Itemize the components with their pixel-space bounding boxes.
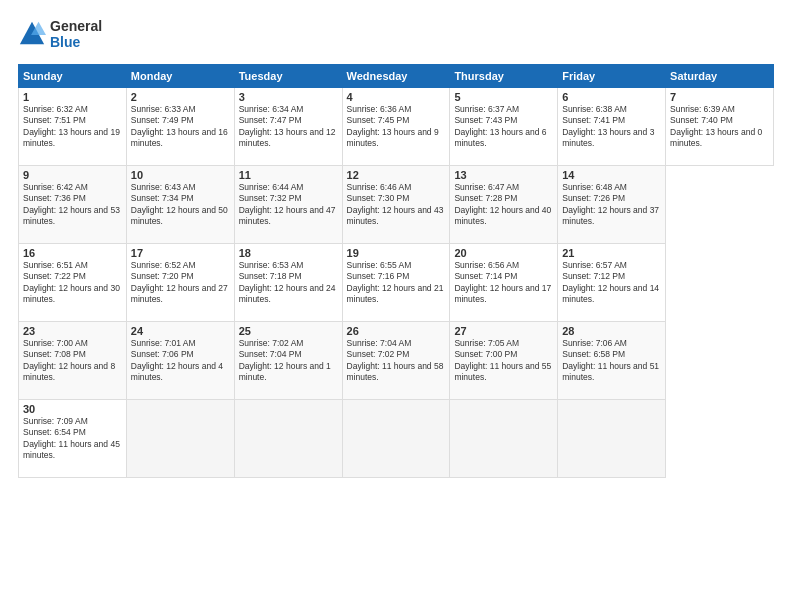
calendar-cell: 23 Sunrise: 7:00 AM Sunset: 7:08 PM Dayl… bbox=[19, 322, 127, 400]
sunrise-text: Sunrise: 6:34 AM bbox=[239, 104, 338, 115]
calendar-cell: 10 Sunrise: 6:43 AM Sunset: 7:34 PM Dayl… bbox=[126, 166, 234, 244]
sunset-text: Sunset: 7:22 PM bbox=[23, 271, 122, 282]
daylight-label: Daylight: 12 hours and 37 minutes. bbox=[562, 205, 661, 228]
sunrise-text: Sunrise: 7:01 AM bbox=[131, 338, 230, 349]
sunset-text: Sunset: 7:12 PM bbox=[562, 271, 661, 282]
calendar-cell bbox=[558, 400, 666, 478]
sunset-text: Sunset: 7:02 PM bbox=[347, 349, 446, 360]
day-number: 2 bbox=[131, 91, 230, 103]
calendar-cell: 28 Sunrise: 7:06 AM Sunset: 6:58 PM Dayl… bbox=[558, 322, 666, 400]
sunrise-text: Sunrise: 7:05 AM bbox=[454, 338, 553, 349]
sunset-text: Sunset: 6:54 PM bbox=[23, 427, 122, 438]
calendar-cell: 17 Sunrise: 6:52 AM Sunset: 7:20 PM Dayl… bbox=[126, 244, 234, 322]
daylight-label: Daylight: 12 hours and 4 minutes. bbox=[131, 361, 230, 384]
sunrise-text: Sunrise: 6:56 AM bbox=[454, 260, 553, 271]
calendar-cell: 16 Sunrise: 6:51 AM Sunset: 7:22 PM Dayl… bbox=[19, 244, 127, 322]
calendar-cell: 18 Sunrise: 6:53 AM Sunset: 7:18 PM Dayl… bbox=[234, 244, 342, 322]
calendar-cell bbox=[450, 400, 558, 478]
col-header-tuesday: Tuesday bbox=[234, 65, 342, 88]
sunset-text: Sunset: 7:18 PM bbox=[239, 271, 338, 282]
daylight-label: Daylight: 13 hours and 6 minutes. bbox=[454, 127, 553, 150]
sunrise-text: Sunrise: 6:32 AM bbox=[23, 104, 122, 115]
day-number: 28 bbox=[562, 325, 661, 337]
day-number: 13 bbox=[454, 169, 553, 181]
daylight-label: Daylight: 12 hours and 40 minutes. bbox=[454, 205, 553, 228]
daylight-label: Daylight: 12 hours and 27 minutes. bbox=[131, 283, 230, 306]
day-number: 21 bbox=[562, 247, 661, 259]
calendar-cell: 4 Sunrise: 6:36 AM Sunset: 7:45 PM Dayli… bbox=[342, 88, 450, 166]
daylight-label: Daylight: 12 hours and 8 minutes. bbox=[23, 361, 122, 384]
calendar-cell: 3 Sunrise: 6:34 AM Sunset: 7:47 PM Dayli… bbox=[234, 88, 342, 166]
sunrise-text: Sunrise: 7:00 AM bbox=[23, 338, 122, 349]
sunset-text: Sunset: 7:43 PM bbox=[454, 115, 553, 126]
sunrise-text: Sunrise: 7:04 AM bbox=[347, 338, 446, 349]
daylight-label: Daylight: 12 hours and 30 minutes. bbox=[23, 283, 122, 306]
sunrise-text: Sunrise: 6:52 AM bbox=[131, 260, 230, 271]
calendar-cell: 9 Sunrise: 6:42 AM Sunset: 7:36 PM Dayli… bbox=[19, 166, 127, 244]
day-number: 23 bbox=[23, 325, 122, 337]
day-number: 14 bbox=[562, 169, 661, 181]
calendar-header-row: SundayMondayTuesdayWednesdayThursdayFrid… bbox=[19, 65, 774, 88]
daylight-label: Daylight: 12 hours and 1 minute. bbox=[239, 361, 338, 384]
daylight-label: Daylight: 13 hours and 0 minutes. bbox=[670, 127, 769, 150]
sunset-text: Sunset: 7:47 PM bbox=[239, 115, 338, 126]
calendar-cell: 30 Sunrise: 7:09 AM Sunset: 6:54 PM Dayl… bbox=[19, 400, 127, 478]
sunrise-text: Sunrise: 6:47 AM bbox=[454, 182, 553, 193]
daylight-label: Daylight: 12 hours and 47 minutes. bbox=[239, 205, 338, 228]
calendar-cell: 1 Sunrise: 6:32 AM Sunset: 7:51 PM Dayli… bbox=[19, 88, 127, 166]
calendar-cell: 26 Sunrise: 7:04 AM Sunset: 7:02 PM Dayl… bbox=[342, 322, 450, 400]
daylight-label: Daylight: 12 hours and 14 minutes. bbox=[562, 283, 661, 306]
calendar-cell bbox=[126, 400, 234, 478]
calendar-cell: 20 Sunrise: 6:56 AM Sunset: 7:14 PM Dayl… bbox=[450, 244, 558, 322]
col-header-friday: Friday bbox=[558, 65, 666, 88]
sunrise-text: Sunrise: 6:55 AM bbox=[347, 260, 446, 271]
sunrise-text: Sunrise: 6:42 AM bbox=[23, 182, 122, 193]
day-number: 6 bbox=[562, 91, 661, 103]
day-number: 25 bbox=[239, 325, 338, 337]
week-row-4: 23 Sunrise: 7:00 AM Sunset: 7:08 PM Dayl… bbox=[19, 322, 774, 400]
day-number: 17 bbox=[131, 247, 230, 259]
day-number: 1 bbox=[23, 91, 122, 103]
header: General Blue bbox=[18, 18, 774, 50]
calendar-cell: 14 Sunrise: 6:48 AM Sunset: 7:26 PM Dayl… bbox=[558, 166, 666, 244]
col-header-thursday: Thursday bbox=[450, 65, 558, 88]
daylight-label: Daylight: 11 hours and 45 minutes. bbox=[23, 439, 122, 462]
day-number: 24 bbox=[131, 325, 230, 337]
sunset-text: Sunset: 7:49 PM bbox=[131, 115, 230, 126]
daylight-label: Daylight: 11 hours and 51 minutes. bbox=[562, 361, 661, 384]
day-number: 12 bbox=[347, 169, 446, 181]
daylight-label: Daylight: 13 hours and 9 minutes. bbox=[347, 127, 446, 150]
calendar-cell bbox=[342, 400, 450, 478]
daylight-label: Daylight: 13 hours and 3 minutes. bbox=[562, 127, 661, 150]
calendar-cell: 11 Sunrise: 6:44 AM Sunset: 7:32 PM Dayl… bbox=[234, 166, 342, 244]
logo: General Blue bbox=[18, 18, 102, 50]
week-row-3: 16 Sunrise: 6:51 AM Sunset: 7:22 PM Dayl… bbox=[19, 244, 774, 322]
calendar-cell: 6 Sunrise: 6:38 AM Sunset: 7:41 PM Dayli… bbox=[558, 88, 666, 166]
sunset-text: Sunset: 7:00 PM bbox=[454, 349, 553, 360]
sunrise-text: Sunrise: 6:57 AM bbox=[562, 260, 661, 271]
calendar-cell: 25 Sunrise: 7:02 AM Sunset: 7:04 PM Dayl… bbox=[234, 322, 342, 400]
day-number: 27 bbox=[454, 325, 553, 337]
sunset-text: Sunset: 7:41 PM bbox=[562, 115, 661, 126]
week-row-5: 30 Sunrise: 7:09 AM Sunset: 6:54 PM Dayl… bbox=[19, 400, 774, 478]
week-row-2: 9 Sunrise: 6:42 AM Sunset: 7:36 PM Dayli… bbox=[19, 166, 774, 244]
col-header-saturday: Saturday bbox=[666, 65, 774, 88]
sunrise-text: Sunrise: 6:44 AM bbox=[239, 182, 338, 193]
sunset-text: Sunset: 6:58 PM bbox=[562, 349, 661, 360]
day-number: 10 bbox=[131, 169, 230, 181]
calendar-cell: 5 Sunrise: 6:37 AM Sunset: 7:43 PM Dayli… bbox=[450, 88, 558, 166]
day-number: 11 bbox=[239, 169, 338, 181]
sunrise-text: Sunrise: 6:37 AM bbox=[454, 104, 553, 115]
sunset-text: Sunset: 7:26 PM bbox=[562, 193, 661, 204]
sunset-text: Sunset: 7:40 PM bbox=[670, 115, 769, 126]
daylight-label: Daylight: 12 hours and 53 minutes. bbox=[23, 205, 122, 228]
col-header-wednesday: Wednesday bbox=[342, 65, 450, 88]
calendar-cell: 12 Sunrise: 6:46 AM Sunset: 7:30 PM Dayl… bbox=[342, 166, 450, 244]
sunrise-text: Sunrise: 6:36 AM bbox=[347, 104, 446, 115]
sunset-text: Sunset: 7:20 PM bbox=[131, 271, 230, 282]
logo-icon bbox=[18, 20, 46, 48]
sunset-text: Sunset: 7:36 PM bbox=[23, 193, 122, 204]
daylight-label: Daylight: 13 hours and 12 minutes. bbox=[239, 127, 338, 150]
calendar-cell: 13 Sunrise: 6:47 AM Sunset: 7:28 PM Dayl… bbox=[450, 166, 558, 244]
day-number: 5 bbox=[454, 91, 553, 103]
